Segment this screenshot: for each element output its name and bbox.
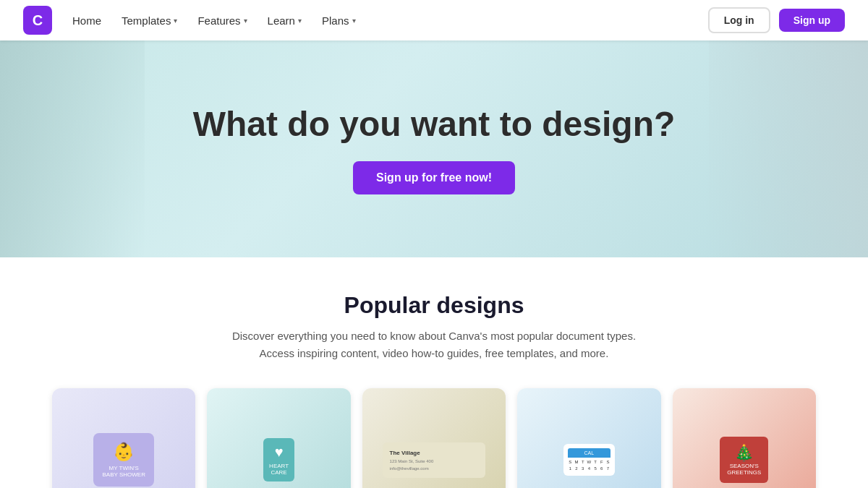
- hero-title: What do you want to design?: [193, 104, 676, 144]
- main-nav: C Home Templates ▾ Features ▾ Learn ▾ Pl…: [0, 0, 868, 40]
- card-business-cards[interactable]: The Village 123 Main St, Suite 400 info@…: [362, 388, 506, 488]
- hero-cta-button[interactable]: Sign up for free now!: [353, 161, 515, 194]
- nav-templates[interactable]: Templates ▾: [113, 10, 186, 31]
- card-thumb-baby-shower: 👶MY TWIN'SBABY SHOWER: [67, 403, 182, 488]
- hero-content: What do you want to design? Sign up for …: [193, 104, 676, 194]
- card-calendars[interactable]: CAL SMTWTFS 1234567 Calendars: [517, 388, 660, 488]
- plans-chevron-icon: ▾: [352, 17, 356, 25]
- card-thumb-business-cards: The Village 123 Main St, Suite 400 info@…: [377, 403, 492, 488]
- card-thumb-calendars: CAL SMTWTFS 1234567: [532, 403, 647, 488]
- popular-section: Popular designs Discover everything you …: [0, 257, 868, 488]
- card-grid-row1: 👶MY TWIN'SBABY SHOWER Baby Shower Invita…: [52, 388, 816, 488]
- hero-section: What do you want to design? Sign up for …: [0, 40, 868, 257]
- nav-left: C Home Templates ▾ Features ▾ Learn ▾ Pl…: [23, 6, 365, 35]
- learn-chevron-icon: ▾: [298, 17, 302, 25]
- hero-deco-left: [0, 40, 145, 257]
- card-image-christmas-cards: 🎄SEASON'SGREETINGS: [673, 388, 816, 488]
- card-brochures[interactable]: ♥HEARTCARE Brochures: [207, 388, 350, 488]
- card-image-calendars: CAL SMTWTFS 1234567: [517, 388, 660, 488]
- signup-button[interactable]: Sign up: [779, 9, 845, 32]
- logo-letter: C: [33, 12, 43, 29]
- templates-chevron-icon: ▾: [174, 17, 177, 25]
- card-thumb-brochures: ♥HEARTCARE: [221, 403, 336, 488]
- nav-features[interactable]: Features ▾: [189, 10, 255, 31]
- login-button[interactable]: Log in: [708, 7, 770, 33]
- card-image-business-cards: The Village 123 Main St, Suite 400 info@…: [362, 388, 506, 488]
- card-baby-shower[interactable]: 👶MY TWIN'SBABY SHOWER Baby Shower Invita…: [52, 388, 195, 488]
- features-chevron-icon: ▾: [244, 17, 247, 25]
- canva-logo[interactable]: C: [23, 6, 52, 35]
- nav-links: Home Templates ▾ Features ▾ Learn ▾ Plan…: [64, 10, 365, 31]
- popular-description: Discover everything you need to know abo…: [217, 328, 651, 362]
- nav-right: Log in Sign up: [708, 7, 845, 33]
- nav-learn[interactable]: Learn ▾: [259, 10, 310, 31]
- nav-plans[interactable]: Plans ▾: [313, 10, 365, 31]
- nav-home[interactable]: Home: [64, 10, 110, 31]
- card-christmas-cards[interactable]: 🎄SEASON'SGREETINGS Christmas Cards: [673, 388, 816, 488]
- popular-title: Popular designs: [52, 292, 816, 319]
- card-image-baby-shower: 👶MY TWIN'SBABY SHOWER: [52, 388, 195, 488]
- card-thumb-christmas-cards: 🎄SEASON'SGREETINGS: [686, 403, 801, 488]
- hero-deco-right: [709, 40, 868, 257]
- card-image-brochures: ♥HEARTCARE: [207, 388, 350, 488]
